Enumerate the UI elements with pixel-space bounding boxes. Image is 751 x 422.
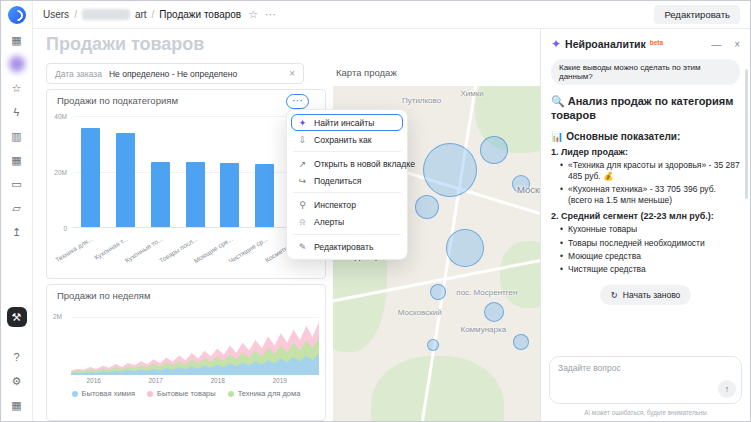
- editor-lightning-icon[interactable]: ϟ: [8, 104, 26, 120]
- sales-bubble[interactable]: [484, 302, 504, 322]
- question-input[interactable]: [550, 357, 741, 403]
- charts-icon[interactable]: ▥: [8, 128, 26, 144]
- map-widget-title: Карта продаж: [336, 67, 397, 78]
- analysis-subheading: 📊 Основные показатели:: [551, 131, 740, 142]
- menu-items: ✦Найти инсайты⇩Сохранить как↗Открыть в н…: [291, 114, 403, 255]
- panel-scrollbar[interactable]: [745, 69, 748, 199]
- menu-item[interactable]: ↪Поделиться: [291, 172, 403, 189]
- gridline: [71, 317, 319, 318]
- map-terrain: [371, 356, 505, 422]
- weekly-legend: Бытовая химияБытовые товарыТехника для д…: [47, 389, 325, 398]
- bar-4[interactable]: [220, 163, 239, 227]
- datalens-logo[interactable]: [8, 6, 26, 24]
- magnifier-icon: ⚲: [297, 200, 308, 210]
- service-tools-icon[interactable]: ⚒: [7, 307, 27, 327]
- menu-item[interactable]: ⇩Сохранить как: [291, 131, 403, 148]
- panel-title: Нейроаналитик: [565, 38, 646, 50]
- breadcrumb-masked-suffix[interactable]: art: [135, 9, 147, 20]
- x-axis-label: 2019: [273, 377, 287, 384]
- collections-folder-icon[interactable]: ▱: [8, 200, 26, 216]
- date-filter-control[interactable]: Дата заказа Не определено - Не определен…: [46, 63, 304, 84]
- legend-item[interactable]: Бытовая химия: [72, 389, 135, 398]
- map-place-label: Москва: [517, 184, 542, 195]
- question-input-box[interactable]: ↑: [549, 356, 742, 404]
- widget-context-menu: ✦Найти инсайты⇩Сохранить как↗Открыть в н…: [286, 109, 408, 260]
- restart-button[interactable]: ↻ Начать заново: [600, 285, 692, 305]
- filter-clear-icon[interactable]: ×: [289, 68, 295, 79]
- sales-bubble[interactable]: [446, 229, 484, 267]
- edit-button[interactable]: Редактировать: [654, 5, 740, 24]
- bar-5[interactable]: [255, 164, 274, 227]
- bullet-item: •Товары последней необходимости: [560, 238, 740, 249]
- map-place-label: Московский: [398, 308, 442, 317]
- sales-bubble[interactable]: [513, 334, 529, 350]
- y-tick-label: 40M: [54, 113, 67, 120]
- menu-item[interactable]: ⍾Алерты: [291, 213, 403, 231]
- suggested-question-chip[interactable]: Какие выводы можно сделать по этим данны…: [551, 59, 740, 85]
- settings-gear-icon[interactable]: ⚙: [8, 373, 26, 389]
- send-arrow-icon: ↑: [725, 384, 730, 394]
- bullet-item: •Кухонные товары: [560, 224, 740, 235]
- close-icon[interactable]: ×: [734, 39, 740, 50]
- legend-item[interactable]: Бытовые товары: [147, 389, 216, 398]
- section-title: 1. Лидер продаж:: [551, 147, 740, 157]
- widget-title: Продажи по неделям: [57, 290, 150, 301]
- send-button[interactable]: ↑: [718, 380, 736, 398]
- x-axis-label: 2017: [149, 377, 163, 384]
- download-icon: ⇩: [297, 135, 308, 145]
- legend-item[interactable]: Техника для дома: [228, 389, 301, 398]
- dashboard-area: Продажи товаров Дата заказа Не определен…: [33, 29, 542, 421]
- blurred-service-icon[interactable]: [9, 56, 25, 72]
- analysis-sections: 1. Лидер продаж:•«Техника для красоты и …: [551, 147, 740, 276]
- restart-label: Начать заново: [623, 290, 681, 300]
- stacked-area-chart: [71, 303, 319, 375]
- apps-bottom-grid-icon[interactable]: ▦: [8, 397, 26, 413]
- sales-bubble[interactable]: [430, 284, 446, 300]
- menu-item-label: Алерты: [314, 217, 344, 227]
- y-tick-label: 2M: [53, 313, 62, 320]
- chat-scroll-area[interactable]: Какие выводы можно сделать по этим данны…: [541, 57, 750, 350]
- map-place-label: пос. Мосрентген: [456, 288, 517, 297]
- menu-item[interactable]: ⚲Инспектор: [291, 196, 403, 213]
- topbar: Users / art / Продажи товаров ☆ ⋯ Редакт…: [33, 1, 750, 29]
- apps-grid-icon[interactable]: ▦: [8, 32, 26, 48]
- breadcrumb-root[interactable]: Users: [43, 9, 69, 20]
- favorites-star-icon[interactable]: ☆: [8, 80, 26, 96]
- sales-bubble[interactable]: [427, 339, 439, 351]
- export-upload-icon[interactable]: ↥: [8, 224, 26, 240]
- filter-label: Дата заказа: [55, 69, 102, 79]
- bar-2[interactable]: [151, 162, 170, 227]
- bell-icon: ⍾: [297, 217, 308, 228]
- menu-item[interactable]: ✎Редактировать: [291, 238, 403, 255]
- section-title: 2. Средний сегмент (22-23 млн руб.):: [551, 211, 740, 221]
- breadcrumb-more-icon[interactable]: ⋯: [265, 8, 276, 21]
- widget-title: Продажи по подкатегориям: [57, 95, 178, 106]
- sales-bubble[interactable]: [423, 143, 477, 197]
- bar-0[interactable]: [81, 128, 100, 227]
- menu-item[interactable]: ✦Найти инсайты: [291, 114, 403, 131]
- left-sidebar: ▦☆ϟ▥▦▭▱↥⚒?⚙▦: [1, 1, 33, 421]
- sales-bubble[interactable]: [415, 195, 439, 219]
- neuroanalyst-sparkle-icon: ✦: [551, 37, 561, 51]
- bar-1[interactable]: [116, 133, 135, 227]
- subcategory-sales-widget: Продажи по подкатегориям ⋯ 40M20M0 Техни…: [46, 89, 326, 279]
- legend-dot: [228, 391, 234, 397]
- analysis-section: 2. Средний сегмент (22-23 млн руб.):•Кух…: [551, 211, 740, 275]
- minimize-icon[interactable]: —: [711, 39, 721, 50]
- gridline: [73, 116, 317, 117]
- help-icon[interactable]: ?: [8, 349, 26, 365]
- menu-item[interactable]: ↗Открыть в новой вкладке: [291, 155, 403, 172]
- bar-3[interactable]: [186, 162, 205, 227]
- dashboards-monitor-icon[interactable]: ▭: [8, 176, 26, 192]
- analysis-section: 1. Лидер продаж:•«Техника для красоты и …: [551, 147, 740, 207]
- subcategory-yticks: 40M20M0: [47, 116, 70, 228]
- favorite-star-icon[interactable]: ☆: [248, 8, 258, 21]
- datasets-icon[interactable]: ▦: [8, 152, 26, 168]
- map-place-label: Путилково: [402, 96, 441, 105]
- legend-label: Бытовые товары: [157, 389, 216, 398]
- subcategory-xlabels: Техника для...Кухонная т...Кухонные то..…: [47, 228, 325, 278]
- widget-menu-button[interactable]: ⋯: [286, 94, 309, 109]
- weekly-sales-widget: Продажи по неделям 2M 2016201720182019 Б…: [46, 284, 326, 421]
- sales-bubble[interactable]: [480, 136, 508, 164]
- map-place-label: Химки: [460, 89, 483, 98]
